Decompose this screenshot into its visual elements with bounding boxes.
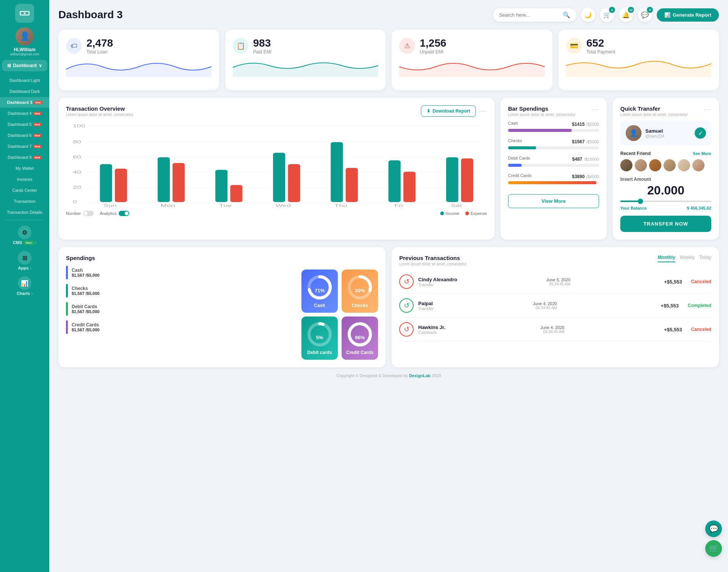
transaction-overview-card: Transaction Overview Lorem ipsum dolor s… — [58, 98, 494, 240]
svg-rect-31 — [403, 172, 416, 202]
tx-status-hawkins: Canceled — [691, 327, 711, 332]
sidebar-item-dashboard-8[interactable]: Dashboard 8 New — [0, 152, 49, 163]
search-input[interactable] — [499, 12, 560, 18]
sidebar-item-dashboard-light[interactable]: Dashboard Light — [0, 75, 49, 86]
bar-item-cash: Cash $1415 /$2000 — [508, 121, 599, 132]
username: Hi,William — [14, 47, 35, 52]
svg-text:100: 100 — [73, 124, 85, 128]
friend-avatar-6[interactable] — [692, 159, 704, 171]
donut-checks-pct: 30% — [355, 288, 365, 293]
tx-item-hawkins: ↺ Hawkins Jr. Cashback June 4, 2020 05:3… — [399, 318, 711, 342]
svg-text:Thu: Thu — [334, 203, 347, 208]
transfer-now-button[interactable]: TRANSFER NOW — [620, 216, 711, 232]
bell-btn[interactable]: 🔔 12 — [619, 8, 633, 22]
badge-new: New — [33, 134, 41, 137]
qt-check-icon: ✓ — [695, 127, 706, 139]
svg-text:Mon: Mon — [160, 203, 175, 208]
badge-new: New — [33, 123, 41, 126]
theme-toggle-btn[interactable]: 🌙 — [581, 8, 595, 22]
svg-text:20: 20 — [73, 185, 81, 190]
messages-btn[interactable]: 💬 5 — [638, 8, 652, 22]
paid-emi-icon: 📋 — [233, 38, 249, 54]
quick-transfer-title: Quick Transfer — [620, 105, 688, 112]
sidebar-item-dashboard-dark[interactable]: Dashboard Dark — [0, 86, 49, 97]
donut-credit-pct: 96% — [355, 335, 365, 340]
sidebar-item-dashboard-5[interactable]: Dashboard 5 New — [0, 119, 49, 130]
analytics-toggle[interactable] — [119, 211, 129, 216]
sidebar-item-dashboard-4[interactable]: Dashboard 4 New — [0, 108, 49, 119]
amount-slider-thumb[interactable] — [638, 199, 643, 204]
friend-avatar-1[interactable] — [620, 159, 632, 171]
recent-friend-section: Recent Friend See More — [620, 151, 711, 171]
download-report-button[interactable]: ⬇ Download Report — [421, 105, 476, 117]
prev-tx-subtitle: Lorem ipsum dolor sit amet, consectetur — [399, 262, 467, 266]
cart-btn[interactable]: 🛒 2 — [600, 8, 614, 22]
amount-slider-track — [620, 201, 711, 202]
sidebar-item-dashboard-7[interactable]: Dashboard 7 New — [0, 141, 49, 152]
svg-rect-20 — [158, 157, 170, 202]
sidebar-item-transaction-details[interactable]: Transaction Details — [0, 207, 49, 218]
friend-avatar-3[interactable] — [649, 159, 661, 171]
page-title: Dashboard 3 — [58, 9, 123, 21]
chart-icon: 📊 — [664, 12, 670, 18]
svg-rect-32 — [461, 158, 473, 202]
see-more-link[interactable]: See More — [693, 151, 711, 156]
svg-point-37 — [309, 324, 330, 345]
tab-today[interactable]: Today — [699, 255, 711, 262]
dashboard-toggle[interactable]: ⊞ Dashboard ∨ — [2, 60, 47, 71]
svg-rect-23 — [331, 142, 343, 202]
bottom-row: Spendings Cash $1,567 /$5,000 — [58, 247, 719, 367]
total-loan-icon: 🏷 — [66, 38, 82, 54]
sidebar-section-apps[interactable]: ⊞ Apps › — [0, 248, 49, 273]
sidebar-item-transaction[interactable]: Transaction — [0, 196, 49, 207]
generate-report-button[interactable]: 📊 Generate Report — [657, 8, 719, 22]
spending-item-credit: Credit Cards $1,567 /$5,000 — [66, 320, 294, 334]
svg-rect-29 — [288, 164, 300, 202]
sidebar-item-dashboard-6[interactable]: Dashboard 6 New — [0, 130, 49, 141]
sidebar-logo — [15, 4, 34, 23]
support-btn[interactable]: 💬 — [705, 520, 722, 537]
tx-status-cindy: Canceled — [691, 279, 711, 284]
total-payment-icon: 💳 — [566, 38, 582, 54]
number-toggle[interactable] — [83, 211, 94, 216]
footer: Copyright © Designed & Developed by Dexi… — [58, 373, 719, 378]
tx-status-paipal: Completed — [688, 303, 711, 308]
svg-rect-22 — [273, 153, 285, 202]
friend-avatar-2[interactable] — [635, 159, 647, 171]
avatar: 👤 — [16, 27, 34, 45]
spendings-title: Spendings — [66, 255, 378, 261]
svg-rect-25 — [446, 157, 458, 202]
charts-icon: 📊 — [18, 276, 31, 290]
svg-text:80: 80 — [73, 139, 81, 144]
sidebar-item-invoices[interactable]: Invoices — [0, 174, 49, 185]
more-menu-btn[interactable]: ··· — [479, 107, 487, 115]
view-more-button[interactable]: View More — [508, 194, 599, 208]
tab-weekly[interactable]: Weekly — [680, 255, 695, 262]
badge-new: New — [33, 145, 41, 148]
badge-new: New — [33, 112, 41, 115]
svg-point-40 — [349, 324, 370, 345]
svg-rect-27 — [173, 163, 185, 202]
donut-debit: 5% Debit cards — [301, 317, 338, 360]
footer-brand-link[interactable]: DexignLab — [409, 373, 430, 378]
header: Dashboard 3 🔍 🌙 🛒 2 🔔 12 💬 5 📊 Generate — [58, 8, 719, 22]
sidebar-section-charts[interactable]: 📊 Charts › — [0, 273, 49, 299]
sidebar-item-my-wallet[interactable]: My Wallet — [0, 163, 49, 174]
sidebar-item-cards-center[interactable]: Cards Center — [0, 185, 49, 196]
quick-transfer-menu[interactable]: ··· — [703, 105, 711, 113]
stat-card-total-payment: 💳 652 Total Payment — [559, 30, 719, 90]
sidebar-item-dashboard-3[interactable]: Dashboard 3 New — [0, 97, 49, 108]
tx-icon-cindy: ↺ — [399, 274, 414, 289]
friend-avatar-5[interactable] — [678, 159, 690, 171]
cart-float-btn[interactable]: 🛒 — [705, 540, 722, 557]
sidebar-section-cms[interactable]: ⚙ CMS New › — [0, 223, 49, 248]
tx-icon-hawkins: ↺ — [399, 322, 414, 337]
qt-handle: @sam224 — [645, 134, 664, 138]
arrow-icon: › — [30, 266, 31, 270]
svg-text:Fri: Fri — [394, 203, 403, 208]
tab-monthly[interactable]: Monthly — [658, 255, 675, 262]
bar-spendings-menu[interactable]: ··· — [591, 105, 599, 113]
qt-user: 👤 Samuel @sam224 ✓ — [620, 121, 711, 146]
friend-avatar-4[interactable] — [664, 159, 676, 171]
paid-emi-label: Paid EMI — [253, 49, 272, 55]
